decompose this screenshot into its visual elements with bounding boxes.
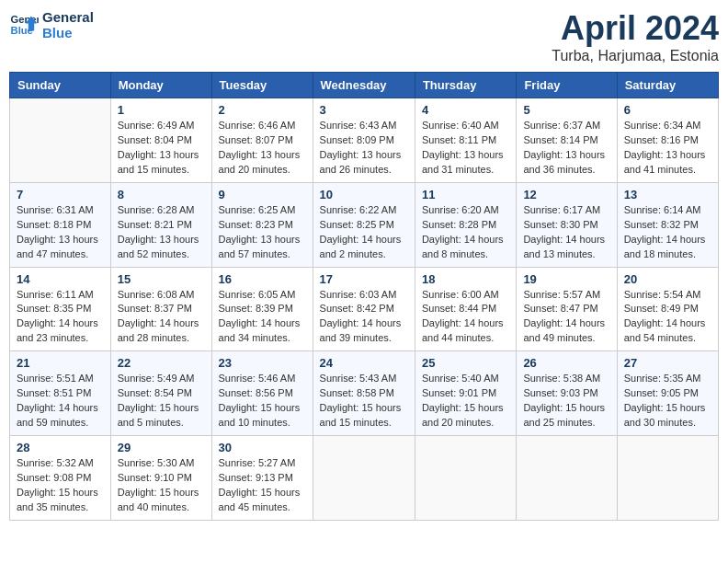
day-info: Sunrise: 6:31 AM Sunset: 8:18 PM Dayligh…: [17, 203, 104, 262]
weekday-header-sunday: Sunday: [10, 73, 111, 98]
weekday-header-thursday: Thursday: [415, 73, 516, 98]
day-info: Sunrise: 5:46 AM Sunset: 8:56 PM Dayligh…: [219, 372, 306, 431]
calendar-cell: 7Sunrise: 6:31 AM Sunset: 8:18 PM Daylig…: [10, 182, 111, 267]
day-info: Sunrise: 6:20 AM Sunset: 8:28 PM Dayligh…: [422, 203, 509, 262]
title-area: April 2024 Turba, Harjumaa, Estonia: [552, 9, 719, 64]
day-info: Sunrise: 6:43 AM Sunset: 8:09 PM Dayligh…: [320, 119, 408, 178]
logo: General Blue General Blue: [9, 9, 94, 40]
weekday-header-row: SundayMondayTuesdayWednesdayThursdayFrid…: [10, 73, 719, 98]
day-info: Sunrise: 6:05 AM Sunset: 8:39 PM Dayligh…: [219, 288, 306, 347]
calendar-cell: [415, 436, 516, 521]
calendar-cell: 2Sunrise: 6:46 AM Sunset: 8:07 PM Daylig…: [211, 98, 313, 183]
calendar-cell: 16Sunrise: 6:05 AM Sunset: 8:39 PM Dayli…: [211, 267, 313, 351]
calendar-cell: 28Sunrise: 5:32 AM Sunset: 9:08 PM Dayli…: [10, 436, 111, 521]
calendar-cell: 5Sunrise: 6:37 AM Sunset: 8:14 PM Daylig…: [517, 98, 617, 183]
day-info: Sunrise: 6:22 AM Sunset: 8:25 PM Dayligh…: [320, 203, 408, 262]
day-number: 22: [118, 356, 205, 370]
weekday-header-wednesday: Wednesday: [313, 73, 415, 98]
svg-text:General: General: [11, 14, 39, 25]
calendar-cell: [617, 436, 718, 521]
day-number: 24: [320, 356, 408, 370]
day-info: Sunrise: 5:38 AM Sunset: 9:03 PM Dayligh…: [523, 372, 609, 431]
day-number: 18: [422, 272, 509, 286]
calendar-cell: 11Sunrise: 6:20 AM Sunset: 8:28 PM Dayli…: [415, 182, 516, 267]
day-info: Sunrise: 5:49 AM Sunset: 8:54 PM Dayligh…: [118, 372, 205, 431]
calendar-cell: [517, 436, 617, 521]
day-number: 29: [118, 441, 205, 454]
main-title: April 2024: [552, 9, 719, 48]
weekday-header-monday: Monday: [110, 73, 211, 98]
calendar-cell: 13Sunrise: 6:14 AM Sunset: 8:32 PM Dayli…: [617, 182, 718, 267]
week-row-2: 7Sunrise: 6:31 AM Sunset: 8:18 PM Daylig…: [10, 182, 719, 267]
logo-line1: General: [42, 9, 94, 25]
calendar-cell: 8Sunrise: 6:28 AM Sunset: 8:21 PM Daylig…: [110, 182, 211, 267]
day-info: Sunrise: 6:34 AM Sunset: 8:16 PM Dayligh…: [624, 119, 711, 178]
day-number: 4: [422, 103, 509, 117]
day-number: 28: [17, 441, 104, 454]
day-info: Sunrise: 5:57 AM Sunset: 8:47 PM Dayligh…: [523, 288, 609, 347]
subtitle: Turba, Harjumaa, Estonia: [552, 48, 719, 64]
calendar-cell: 22Sunrise: 5:49 AM Sunset: 8:54 PM Dayli…: [110, 351, 211, 436]
calendar-cell: 24Sunrise: 5:43 AM Sunset: 8:58 PM Dayli…: [313, 351, 415, 436]
day-number: 23: [219, 356, 306, 370]
day-number: 5: [523, 103, 609, 117]
week-row-3: 14Sunrise: 6:11 AM Sunset: 8:35 PM Dayli…: [10, 267, 719, 351]
weekday-header-saturday: Saturday: [617, 73, 718, 98]
calendar-cell: 26Sunrise: 5:38 AM Sunset: 9:03 PM Dayli…: [517, 351, 617, 436]
day-number: 7: [17, 188, 104, 201]
day-info: Sunrise: 6:40 AM Sunset: 8:11 PM Dayligh…: [422, 119, 509, 178]
day-number: 16: [219, 272, 306, 286]
calendar-cell: 21Sunrise: 5:51 AM Sunset: 8:51 PM Dayli…: [10, 351, 111, 436]
calendar-cell: 25Sunrise: 5:40 AM Sunset: 9:01 PM Dayli…: [415, 351, 516, 436]
day-number: 27: [624, 356, 711, 370]
day-info: Sunrise: 6:37 AM Sunset: 8:14 PM Dayligh…: [523, 119, 609, 178]
day-number: 19: [523, 272, 609, 286]
day-number: 21: [17, 356, 104, 370]
day-info: Sunrise: 6:00 AM Sunset: 8:44 PM Dayligh…: [422, 288, 509, 347]
calendar-cell: 9Sunrise: 6:25 AM Sunset: 8:23 PM Daylig…: [211, 182, 313, 267]
week-row-5: 28Sunrise: 5:32 AM Sunset: 9:08 PM Dayli…: [10, 436, 719, 521]
day-number: 10: [320, 188, 408, 201]
calendar-cell: 30Sunrise: 5:27 AM Sunset: 9:13 PM Dayli…: [211, 436, 313, 521]
day-info: Sunrise: 5:43 AM Sunset: 8:58 PM Dayligh…: [320, 372, 408, 431]
day-number: 6: [624, 103, 711, 117]
day-number: 26: [523, 356, 609, 370]
day-number: 15: [118, 272, 205, 286]
day-number: 2: [219, 103, 306, 117]
day-info: Sunrise: 6:14 AM Sunset: 8:32 PM Dayligh…: [624, 203, 711, 262]
calendar-cell: 27Sunrise: 5:35 AM Sunset: 9:05 PM Dayli…: [617, 351, 718, 436]
day-number: 25: [422, 356, 509, 370]
week-row-4: 21Sunrise: 5:51 AM Sunset: 8:51 PM Dayli…: [10, 351, 719, 436]
logo-icon: General Blue: [9, 10, 39, 40]
day-info: Sunrise: 5:32 AM Sunset: 9:08 PM Dayligh…: [17, 456, 104, 515]
day-info: Sunrise: 6:28 AM Sunset: 8:21 PM Dayligh…: [118, 203, 205, 262]
day-info: Sunrise: 6:03 AM Sunset: 8:42 PM Dayligh…: [320, 288, 408, 347]
day-number: 17: [320, 272, 408, 286]
day-info: Sunrise: 6:46 AM Sunset: 8:07 PM Dayligh…: [219, 119, 306, 178]
calendar-cell: 19Sunrise: 5:57 AM Sunset: 8:47 PM Dayli…: [517, 267, 617, 351]
day-number: 3: [320, 103, 408, 117]
day-info: Sunrise: 5:51 AM Sunset: 8:51 PM Dayligh…: [17, 372, 104, 431]
day-info: Sunrise: 5:40 AM Sunset: 9:01 PM Dayligh…: [422, 372, 509, 431]
day-number: 20: [624, 272, 711, 286]
day-number: 12: [523, 188, 609, 201]
header: General Blue General Blue April 2024 Tur…: [9, 9, 719, 64]
calendar-cell: 15Sunrise: 6:08 AM Sunset: 8:37 PM Dayli…: [110, 267, 211, 351]
day-number: 1: [118, 103, 205, 117]
day-info: Sunrise: 6:11 AM Sunset: 8:35 PM Dayligh…: [17, 288, 104, 347]
day-number: 8: [118, 188, 205, 201]
calendar-cell: 3Sunrise: 6:43 AM Sunset: 8:09 PM Daylig…: [313, 98, 415, 183]
calendar-cell: 1Sunrise: 6:49 AM Sunset: 8:04 PM Daylig…: [110, 98, 211, 183]
day-info: Sunrise: 5:35 AM Sunset: 9:05 PM Dayligh…: [624, 372, 711, 431]
logo-line2: Blue: [42, 25, 94, 40]
calendar-cell: 4Sunrise: 6:40 AM Sunset: 8:11 PM Daylig…: [415, 98, 516, 183]
day-number: 11: [422, 188, 509, 201]
day-number: 9: [219, 188, 306, 201]
calendar-cell: 6Sunrise: 6:34 AM Sunset: 8:16 PM Daylig…: [617, 98, 718, 183]
weekday-header-tuesday: Tuesday: [211, 73, 313, 98]
calendar-cell: 18Sunrise: 6:00 AM Sunset: 8:44 PM Dayli…: [415, 267, 516, 351]
day-number: 14: [17, 272, 104, 286]
day-info: Sunrise: 5:54 AM Sunset: 8:49 PM Dayligh…: [624, 288, 711, 347]
calendar-cell: [313, 436, 415, 521]
calendar: SundayMondayTuesdayWednesdayThursdayFrid…: [9, 72, 719, 521]
